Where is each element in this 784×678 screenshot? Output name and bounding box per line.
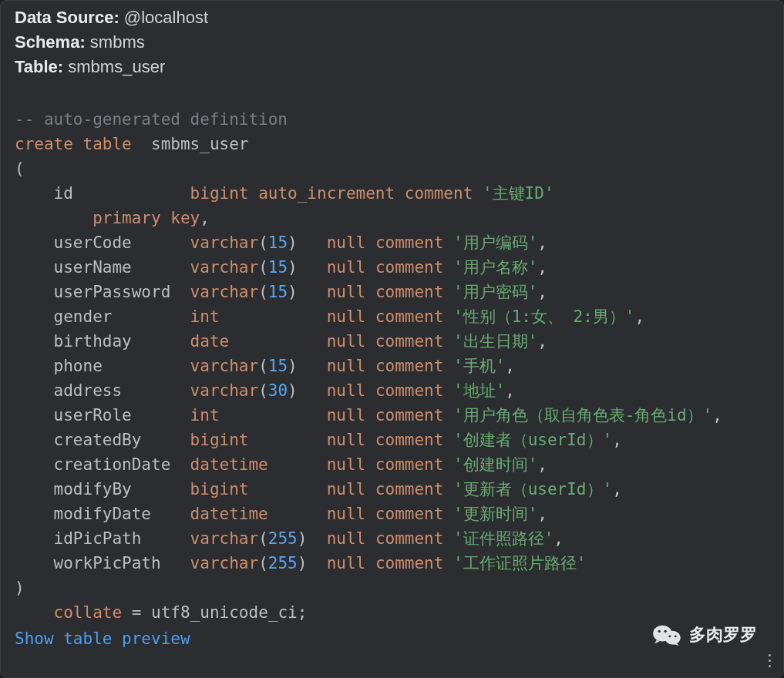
meta-table-label: Table:: [15, 57, 63, 76]
meta-table: Table: smbms_user: [15, 55, 769, 79]
svg-point-1: [665, 631, 681, 645]
meta-data-source-label: Data Source:: [15, 8, 119, 27]
svg-point-0: [653, 626, 671, 642]
svg-point-4: [668, 635, 671, 637]
meta-data-source: Data Source: @localhost: [15, 5, 769, 30]
meta-table-value: smbms_user: [68, 57, 165, 76]
svg-point-2: [658, 630, 660, 633]
watermark: 多肉罗罗: [652, 623, 757, 646]
ddl-code-block: -- auto-generated definition create tabl…: [15, 107, 769, 625]
meta-block: Data Source: @localhost Schema: smbms Ta…: [15, 4, 769, 79]
ddl-tooltip-panel: Data Source: @localhost Schema: smbms Ta…: [0, 0, 784, 678]
watermark-text: 多肉罗罗: [689, 623, 757, 646]
wechat-icon: [652, 623, 681, 646]
svg-point-5: [675, 635, 677, 637]
show-table-preview-link[interactable]: Show table preview: [15, 629, 190, 648]
svg-point-3: [664, 630, 666, 633]
meta-schema: Schema: smbms: [15, 30, 769, 55]
meta-schema-value: smbms: [90, 32, 145, 52]
meta-data-source-value: @localhost: [124, 8, 208, 27]
more-menu-icon[interactable]: [762, 649, 777, 671]
meta-schema-label: Schema:: [15, 32, 86, 52]
